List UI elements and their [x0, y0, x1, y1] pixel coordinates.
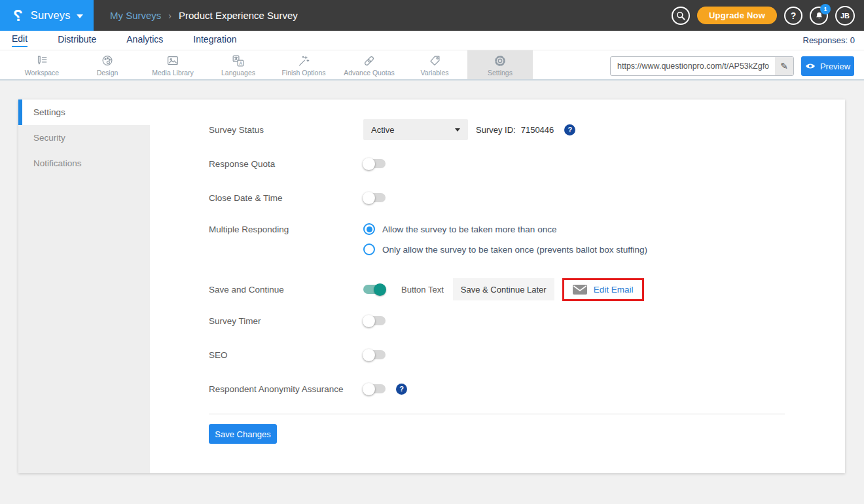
tag-icon — [427, 54, 442, 68]
survey-url-input[interactable] — [611, 57, 775, 75]
settings-card: Settings Security Notifications Survey S… — [18, 99, 845, 473]
help-button[interactable]: ? — [784, 7, 802, 25]
preview-label: Preview — [820, 62, 850, 71]
app-logo-block[interactable]: ? Surveys — [0, 0, 94, 31]
sidebar-item-security[interactable]: Security — [18, 125, 150, 151]
toolbar-label: Design — [97, 69, 118, 77]
eye-icon — [805, 62, 816, 70]
question-icon: ? — [567, 126, 572, 134]
seo-label: SEO — [209, 350, 363, 360]
survey-id-label: Survey ID: — [476, 125, 516, 135]
close-date-label: Close Date & Time — [209, 193, 363, 203]
response-quota-toggle[interactable] — [363, 159, 386, 168]
response-quota-label: Response Quota — [209, 159, 363, 169]
toolbar-item-workspace[interactable]: Workspace — [9, 50, 75, 79]
multiple-responding-options: Allow the survey to be taken more than o… — [363, 221, 647, 255]
radio-selected-icon — [363, 223, 375, 235]
tab-distribute[interactable]: Distribute — [58, 34, 96, 46]
survey-id-value: 7150446 — [521, 125, 554, 135]
tab-edit[interactable]: Edit — [12, 33, 27, 47]
survey-status-select[interactable]: Active — [363, 119, 468, 140]
gear-icon — [493, 54, 507, 68]
pencil-lines-icon — [35, 54, 49, 68]
save-changes-button[interactable]: Save Changes — [209, 424, 277, 444]
toolbar-item-media-library[interactable]: Media Library — [140, 50, 206, 79]
toolbar-label: Languages — [221, 69, 255, 77]
seo-toggle[interactable] — [363, 350, 386, 359]
toggle-knob — [363, 383, 375, 395]
respondent-anonymity-toggle[interactable] — [363, 384, 386, 393]
toggle-knob — [363, 349, 375, 361]
toolbar-item-finish-options[interactable]: Finish Options — [271, 50, 336, 79]
settings-sidebar: Settings Security Notifications — [18, 99, 150, 473]
questionpro-logo-icon: ? — [13, 8, 23, 24]
close-date-toggle[interactable] — [363, 193, 386, 202]
response-quota-row: Response Quota — [209, 153, 845, 174]
translate-icon: A — [231, 54, 245, 68]
survey-status-label: Survey Status — [209, 125, 363, 135]
notifications-button[interactable]: 1 — [810, 7, 828, 25]
respondent-anonymity-label: Respondent Anonymity Assurance — [209, 384, 363, 394]
envelope-icon — [573, 285, 587, 295]
upgrade-now-button[interactable]: Upgrade Now — [697, 7, 777, 24]
caret-down-icon — [455, 128, 460, 132]
toggle-knob — [363, 158, 375, 170]
radio-option-only-once[interactable]: Only allow the survey to be taken once (… — [363, 243, 647, 255]
survey-timer-toggle[interactable] — [363, 316, 386, 325]
tab-integration[interactable]: Integration — [193, 34, 236, 46]
survey-timer-row: Survey Timer — [209, 310, 845, 331]
toggle-knob — [363, 315, 375, 327]
multiple-responding-label: Multiple Responding — [209, 221, 363, 234]
radio-option-label: Allow the survey to be taken more than o… — [382, 225, 556, 234]
search-button[interactable] — [672, 7, 690, 25]
image-icon — [166, 54, 180, 68]
button-text-input[interactable] — [453, 278, 554, 300]
avatar[interactable]: JB — [835, 6, 855, 26]
sidebar-item-settings[interactable]: Settings — [18, 99, 150, 125]
radio-option-allow-multiple[interactable]: Allow the survey to be taken more than o… — [363, 223, 647, 235]
seo-row: SEO — [209, 344, 845, 365]
toolbar-label: Finish Options — [281, 69, 325, 77]
toolbar-label: Advance Quotas — [344, 69, 395, 77]
survey-id-help-button[interactable]: ? — [564, 124, 575, 135]
toolbar-item-variables[interactable]: Variables — [402, 50, 467, 79]
survey-nav: Edit Distribute Analytics Integration Re… — [0, 31, 864, 50]
respondent-anonymity-row: Respondent Anonymity Assurance ? — [209, 378, 845, 399]
save-and-continue-toggle[interactable] — [363, 285, 386, 294]
breadcrumb: My Surveys › Product Experience Survey — [110, 10, 298, 21]
toolbar-item-design[interactable]: Design — [75, 50, 140, 79]
survey-status-value: Active — [371, 125, 394, 135]
tab-analytics[interactable]: Analytics — [126, 34, 163, 46]
toolbar-label: Settings — [488, 69, 513, 77]
multiple-responding-row: Multiple Responding Allow the survey to … — [209, 221, 845, 263]
topbar-actions: Upgrade Now ? 1 JB — [672, 0, 855, 31]
toolbar-label: Variables — [421, 69, 449, 77]
respondent-anonymity-help-button[interactable]: ? — [396, 384, 407, 395]
toolbar-item-advance-quotas[interactable]: Advance Quotas — [336, 50, 402, 79]
notification-badge: 1 — [820, 4, 831, 14]
pencil-icon: ✎ — [780, 61, 788, 71]
edit-email-link[interactable]: Edit Email — [594, 285, 634, 295]
edit-toolbar: Workspace Design Media Library A Languag… — [0, 50, 864, 81]
svg-text:A: A — [239, 61, 242, 65]
top-bar: ? Surveys My Surveys › Product Experienc… — [0, 0, 864, 31]
palette-icon — [100, 54, 115, 68]
toggle-knob — [374, 283, 386, 296]
chain-link-icon — [362, 54, 376, 68]
caret-down-icon — [77, 14, 83, 18]
edit-url-button[interactable]: ✎ — [775, 57, 793, 75]
toolbar-item-languages[interactable]: A Languages — [206, 50, 271, 79]
toolbar-label: Workspace — [25, 69, 59, 77]
preview-button[interactable]: Preview — [801, 56, 854, 76]
save-and-continue-row: Save and Continue Button Text Edit Email — [209, 276, 845, 302]
radio-option-label: Only allow the survey to be taken once (… — [382, 245, 647, 255]
radio-unselected-icon — [363, 243, 375, 255]
settings-panel: Survey Status Active Survey ID: 7150446 … — [150, 99, 845, 473]
section-divider — [209, 414, 785, 414]
survey-url-box: ✎ — [610, 56, 794, 76]
survey-timer-label: Survey Timer — [209, 316, 363, 326]
toolbar-item-settings[interactable]: Settings — [467, 50, 533, 79]
sidebar-item-notifications[interactable]: Notifications — [18, 151, 150, 176]
breadcrumb-separator: › — [168, 10, 171, 21]
breadcrumb-my-surveys[interactable]: My Surveys — [110, 10, 161, 21]
